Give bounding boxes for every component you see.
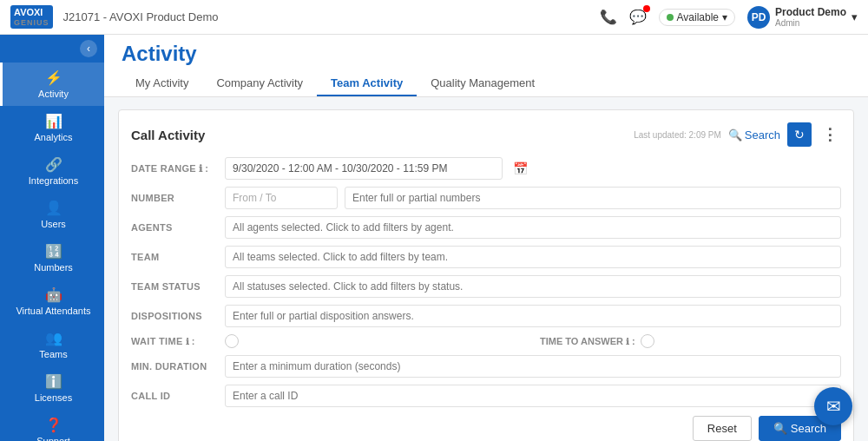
collapse-button[interactable]: ‹ [80, 40, 97, 57]
filter-dispositions: DISPOSITIONS [131, 305, 841, 327]
sidebar-item-label: Support [36, 436, 70, 441]
filter-min-duration: MIN. DURATION [131, 355, 841, 378]
time-to-answer-label: TIME TO ANSWER ℹ: [540, 336, 635, 346]
topbar-title: J21071 - AVOXI Product Demo [63, 10, 589, 23]
page-title: Activity [122, 42, 851, 66]
filter-agents: AGENTS [131, 216, 841, 239]
sidebar-item-analytics[interactable]: 📊 Analytics [0, 106, 104, 149]
sidebar-item-virtual-attendants[interactable]: 🤖 Virtual Attendants [0, 280, 104, 323]
card-actions: Last updated: 2:09 PM 🔍 Search ↻ ⋮ [634, 122, 841, 147]
content: Activity My Activity Company Activity Te… [104, 35, 868, 441]
sidebar-toggle[interactable]: ‹ [0, 35, 104, 63]
numbers-icon: 🔢 [45, 243, 62, 260]
tab-company-activity[interactable]: Company Activity [202, 71, 317, 96]
page-tabs: My Activity Company Activity Team Activi… [122, 71, 851, 96]
time-to-answer-info-icon: ℹ [626, 337, 629, 346]
sidebar-item-integrations[interactable]: 🔗 Integrations [0, 149, 104, 193]
search-icon: 🔍 [728, 128, 742, 142]
filter-team: TEAM [131, 246, 841, 268]
time-to-answer-circle[interactable] [641, 334, 654, 348]
virtual-attendants-icon: 🤖 [45, 286, 62, 303]
sidebar-item-label: Users [41, 219, 66, 229]
logo: AVOXI GENIUS [10, 5, 53, 30]
status-pill[interactable]: Available ▾ [659, 9, 735, 26]
number-direction-select[interactable]: From / To [225, 187, 338, 209]
call-id-label: CALL ID [131, 391, 218, 401]
team-status-label: TEAM STATUS [131, 281, 218, 292]
dispositions-input[interactable] [225, 305, 841, 327]
number-input[interactable] [345, 187, 841, 209]
filter-number: NUMBER From / To [131, 187, 841, 209]
refresh-button[interactable]: ↻ [787, 122, 812, 147]
logo-box: AVOXI GENIUS [10, 5, 53, 30]
teams-icon: 👥 [45, 330, 62, 346]
tab-team-activity[interactable]: Team Activity [317, 71, 417, 96]
sidebar-item-label: Virtual Attendants [16, 306, 90, 316]
tab-quality-management[interactable]: Quality Management [417, 71, 549, 96]
call-activity-card: Call Activity Last updated: 2:09 PM 🔍 Se… [118, 109, 854, 441]
filter-buttons: Reset 🔍 Search [131, 416, 841, 441]
date-range-label: DATE RANGE ℹ: [131, 163, 218, 174]
support-icon: ❓ [45, 417, 62, 433]
call-id-input[interactable] [225, 385, 841, 407]
card-title: Call Activity [131, 128, 205, 142]
phone-icon[interactable]: 📞 [600, 9, 617, 25]
user-name: Product Demo [775, 6, 846, 18]
team-label: TEAM [131, 252, 218, 262]
user-info[interactable]: PD Product Demo Admin ▾ [747, 6, 858, 29]
sidebar-item-label: Integrations [29, 175, 78, 186]
sidebar-item-users[interactable]: 👤 Users [0, 193, 104, 236]
wait-time-info-icon: ℹ [186, 337, 189, 346]
wait-time-circle[interactable] [225, 334, 239, 348]
tab-my-activity[interactable]: My Activity [122, 71, 202, 96]
activity-icon: ⚡ [45, 69, 62, 86]
filter-wait-time-row: WAIT TIME ℹ: TIME TO ANSWER ℹ: [131, 334, 841, 348]
dispositions-label: DISPOSITIONS [131, 311, 218, 321]
sidebar-item-label: Licenses [35, 392, 72, 403]
sidebar-item-numbers[interactable]: 🔢 Numbers [0, 236, 104, 280]
user-chevron-icon: ▾ [852, 10, 858, 23]
user-role: Admin [775, 18, 846, 28]
agents-label: AGENTS [131, 222, 218, 233]
sidebar: ‹ ⚡ Activity 📊 Analytics 🔗 Integrations … [0, 35, 104, 441]
messages-badge [643, 5, 650, 12]
team-input[interactable] [225, 246, 841, 268]
sidebar-item-teams[interactable]: 👥 Teams [0, 323, 104, 366]
reset-button[interactable]: Reset [693, 416, 752, 441]
topbar-icons: 📞 💬 Available ▾ PD Product Demo Admin ▾ [600, 6, 858, 29]
status-dot [667, 14, 674, 21]
sidebar-item-label: Analytics [34, 132, 72, 142]
integrations-icon: 🔗 [45, 156, 62, 173]
last-updated: Last updated: 2:09 PM [634, 130, 721, 140]
number-label: NUMBER [131, 193, 218, 203]
search-btn-icon: 🔍 [773, 422, 787, 435]
avatar: PD [747, 6, 770, 29]
wait-time-label: WAIT TIME ℹ: [131, 336, 218, 346]
filter-team-status: TEAM STATUS [131, 275, 841, 298]
filter-call-id: CALL ID [131, 385, 841, 407]
chevron-down-icon: ▾ [722, 11, 727, 23]
more-options-button[interactable]: ⋮ [819, 125, 841, 144]
sidebar-item-activity[interactable]: ⚡ Activity [0, 63, 104, 106]
chat-float-button[interactable]: ✉ [814, 387, 852, 425]
topbar: AVOXI GENIUS J21071 - AVOXI Product Demo… [0, 0, 868, 35]
info-icon: ℹ [199, 163, 202, 174]
agents-input[interactable] [225, 216, 841, 239]
licenses-icon: ℹ️ [45, 373, 62, 390]
sidebar-item-label: Activity [38, 89, 69, 99]
team-status-input[interactable] [225, 275, 841, 298]
filter-date-range: DATE RANGE ℹ: 📅 [131, 157, 841, 180]
min-duration-input[interactable] [225, 355, 841, 378]
analytics-icon: 📊 [45, 113, 62, 129]
date-range-input[interactable] [225, 157, 503, 180]
main-panel: Call Activity Last updated: 2:09 PM 🔍 Se… [104, 97, 868, 441]
sidebar-item-licenses[interactable]: ℹ️ Licenses [0, 366, 104, 410]
status-label: Available [677, 11, 719, 23]
messages-icon[interactable]: 💬 [629, 9, 647, 25]
page-header: Activity My Activity Company Activity Te… [104, 35, 868, 97]
sidebar-item-label: Numbers [34, 262, 73, 273]
search-link[interactable]: 🔍 Search [728, 128, 780, 142]
calendar-icon[interactable]: 📅 [513, 161, 528, 175]
sidebar-item-label: Teams [39, 349, 67, 359]
sidebar-item-support[interactable]: ❓ Support [0, 410, 104, 441]
